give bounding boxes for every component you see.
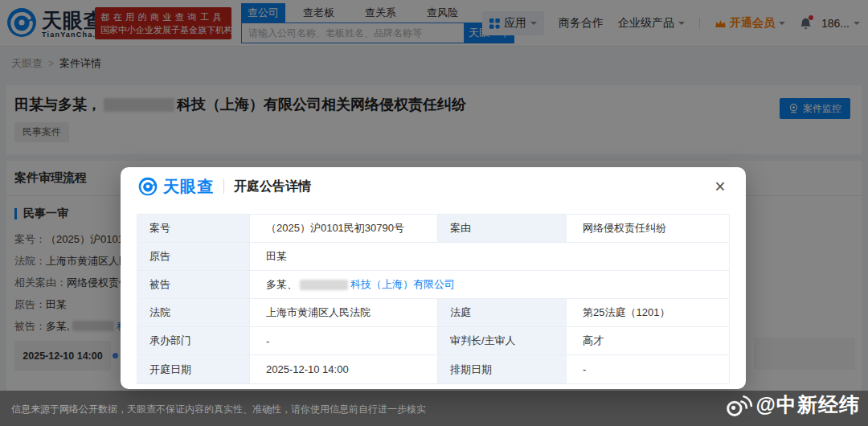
cell-label: 承办部门 xyxy=(137,327,250,354)
page: 天眼查 TianYanCha.com 都在用的商业查询工具 国家中小企业发展子基… xyxy=(0,0,868,426)
cell-label: 审判长/主审人 xyxy=(438,327,567,354)
cell-label: 案号 xyxy=(137,215,250,242)
cell-label: 法庭 xyxy=(438,299,567,326)
defendant-company-link[interactable]: 科技（上海）有限公司 xyxy=(350,277,455,292)
cell-value: 田某 xyxy=(250,243,729,270)
cell-value: （2025）沪0101民初30790号 xyxy=(250,215,438,242)
table-row: 被告 多某、 科技（上海）有限公司 xyxy=(137,271,729,299)
hearing-announcement-modal: 天眼查 开庭公告详情 × 案号 （2025）沪0101民初30790号 案由 网… xyxy=(121,167,746,389)
close-icon[interactable]: × xyxy=(709,175,731,198)
modal-title: 开庭公告详情 xyxy=(234,178,311,195)
modal-brand: 天眼查 xyxy=(163,176,214,198)
footer: 信息来源于网络公开数据，天眼查不保证内容的真实性、准确性，请你使用信息前自行进一… xyxy=(0,391,868,426)
table-row: 开庭日期 2025-12-10 14:00 排期日期 - xyxy=(137,355,729,383)
cell-value: 第25法庭（1201） xyxy=(567,299,729,326)
table-row: 案号 （2025）沪0101民初30790号 案由 网络侵权责任纠纷 xyxy=(137,215,729,243)
cell-value: 上海市黄浦区人民法院 xyxy=(250,299,438,326)
cell-label: 排期日期 xyxy=(438,355,567,383)
cell-label: 法院 xyxy=(137,299,250,326)
modal-header: 天眼查 开庭公告详情 × xyxy=(121,167,746,206)
cell-value: - xyxy=(567,355,729,383)
cell-value: 网络侵权责任纠纷 xyxy=(567,215,729,242)
table-row: 原告 田某 xyxy=(137,243,729,271)
cell-label: 原告 xyxy=(137,243,250,270)
cell-label: 案由 xyxy=(438,215,567,242)
table-row: 承办部门 - 审判长/主审人 高才 xyxy=(137,327,729,355)
divider xyxy=(223,179,224,194)
tianyancha-logo-icon xyxy=(138,177,158,196)
cell-label: 开庭日期 xyxy=(137,355,250,383)
cell-value: 高才 xyxy=(567,327,729,354)
watermark: @中新经纬 xyxy=(724,391,860,418)
hearing-detail-table: 案号 （2025）沪0101民初30790号 案由 网络侵权责任纠纷 原告 田某… xyxy=(137,214,730,384)
cell-value-defendant: 多某、 科技（上海）有限公司 xyxy=(250,271,729,298)
disclaimer-text: 信息来源于网络公开数据，天眼查不保证内容的真实性、准确性，请你使用信息前自行进一… xyxy=(11,403,426,416)
cell-label: 被告 xyxy=(137,271,250,298)
weibo-icon xyxy=(724,392,753,418)
cell-value: - xyxy=(250,327,438,354)
watermark-text: @中新经纬 xyxy=(756,391,860,418)
redacted-company-name xyxy=(300,280,348,290)
cell-value: 2025-12-10 14:00 xyxy=(250,355,438,383)
table-row: 法院 上海市黄浦区人民法院 法庭 第25法庭（1201） xyxy=(137,299,729,327)
